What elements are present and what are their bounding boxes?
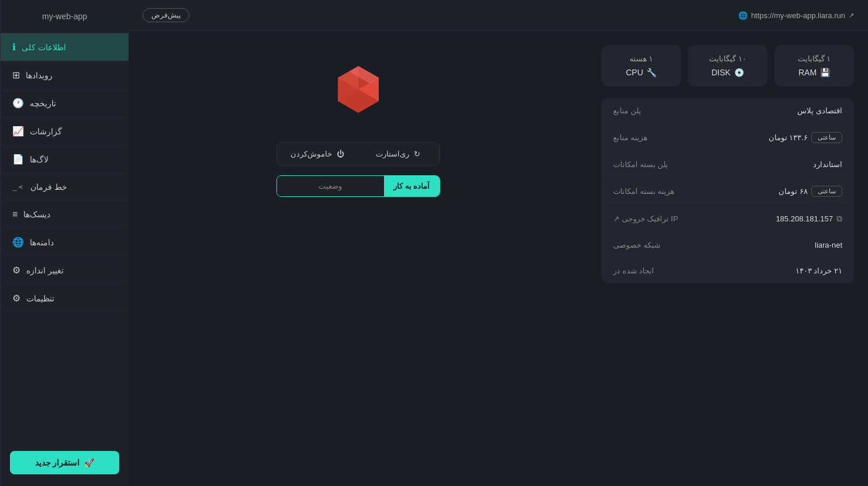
- external-link-icon: ↗: [849, 12, 854, 19]
- hourly-badge-2: ساعتی: [811, 186, 842, 197]
- resize-icon: ⚙: [12, 265, 20, 276]
- created-label: ایجاد شده در: [613, 266, 654, 275]
- sidebar-item-domains[interactable]: دامنه‌ها 🌐: [1, 228, 129, 256]
- sidebar-item-events[interactable]: رویدادها ⊞: [1, 61, 129, 89]
- sidebar-label-history: تاریخچه: [30, 99, 56, 108]
- ip-value: ⧉ 185.208.181.157: [776, 214, 842, 224]
- network-value: liara-net: [815, 241, 842, 249]
- clock-icon: 🕐: [12, 98, 24, 109]
- spec-cards: ۱ گیگابایت 💾 RAM ۱۰ گیگابایت 💿 DISK ۱ هس…: [601, 45, 854, 86]
- gear-icon: ⚙: [12, 293, 20, 304]
- shutdown-button[interactable]: ⏻ خاموش‌کردن: [277, 143, 358, 165]
- cpu-label: 🔧 CPU: [611, 68, 672, 77]
- sidebar-label-events: رویدادها: [26, 71, 53, 80]
- copy-icon[interactable]: ⧉: [836, 214, 842, 224]
- disk-icon: 💿: [734, 68, 744, 77]
- table-row: ⧉ 185.208.181.157 IP ترافیک خروجی ↗: [601, 206, 854, 232]
- left-panel: ۱ گیگابایت 💾 RAM ۱۰ گیگابایت 💿 DISK ۱ هس…: [587, 31, 868, 486]
- sidebar-item-console[interactable]: خط فرمان ＞_: [1, 173, 129, 201]
- info-icon: ℹ: [12, 41, 16, 53]
- deploy-button[interactable]: 🚀 استقرار جدید: [10, 451, 119, 474]
- table-row: liara-net شبکه خصوصی: [601, 232, 854, 258]
- app-logo: [323, 54, 393, 124]
- action-bar: ↻ ری‌استارت ⏻ خاموش‌کردن: [276, 142, 440, 166]
- ram-icon: 💾: [820, 68, 830, 77]
- details-table: اقتصادی پلاس پلن منابع ساعتی ۱۳۳.۶ تومان…: [601, 98, 854, 283]
- app-url[interactable]: 🌐 https://my-web-app.liara.run ↗: [738, 11, 854, 20]
- table-row: اقتصادی پلاس پلن منابع: [601, 98, 854, 124]
- cpu-value: ۱ هسته: [611, 54, 672, 63]
- plan-resources-label: پلن منابع: [613, 106, 641, 115]
- power-icon: ⏻: [337, 150, 344, 158]
- sidebar-item-settings[interactable]: تنظیمات ⚙: [1, 284, 129, 313]
- content-area: ۱ گیگابایت 💾 RAM ۱۰ گیگابایت 💿 DISK ۱ هس…: [129, 31, 868, 486]
- restart-label: ری‌استارت: [376, 150, 409, 158]
- hourly-badge: ساعتی: [811, 132, 842, 143]
- status-label: وضعیت: [277, 176, 385, 196]
- app-name: my-web-app: [1, 0, 129, 33]
- disk-label: 💿 DISK: [697, 68, 758, 77]
- sidebar-label-disks: دیسک‌ها: [23, 210, 50, 219]
- sidebar-label-domains: دامنه‌ها: [30, 238, 54, 247]
- cost-features-label: هزینه بسته امکانات: [613, 187, 675, 196]
- status-area: آماده به کار وضعیت: [276, 175, 440, 197]
- rocket-icon: 🚀: [84, 458, 94, 467]
- sidebar-label-console: خط فرمان: [30, 182, 67, 192]
- cost-resources-label: هزینه منابع: [613, 133, 648, 142]
- sidebar-bottom: 🚀 استقرار جدید: [1, 439, 129, 486]
- app-logo-area: ↻ ری‌استارت ⏻ خاموش‌کردن آماده به کار وض…: [129, 31, 587, 486]
- sidebar-item-logs[interactable]: لاگ‌ها 📄: [1, 145, 129, 173]
- terminal-icon: ＞_: [12, 182, 25, 192]
- created-value: ۲۱ خرداد ۱۴۰۳: [796, 266, 842, 275]
- sidebar-item-resize[interactable]: تغییر اندازه ⚙: [1, 256, 129, 284]
- plan-resources-value: اقتصادی پلاس: [797, 106, 842, 115]
- sidebar-item-overview[interactable]: اطلاعات کلی ℹ: [1, 33, 129, 61]
- cost-features-value: ساعتی ۶۸ تومان: [779, 186, 842, 197]
- table-row: ۲۱ خرداد ۱۴۰۳ ایجاد شده در: [601, 258, 854, 283]
- doc-icon: 📄: [12, 154, 24, 165]
- restart-button[interactable]: ↻ ری‌استارت: [358, 143, 440, 165]
- globe-nav-icon: 🌐: [12, 237, 24, 248]
- laravel-logo-svg: [329, 60, 388, 119]
- disk-card: ۱۰ گیگابایت 💿 DISK: [688, 45, 767, 86]
- sidebar-label-logs: لاگ‌ها: [30, 155, 49, 164]
- cost-resources-value: ساعتی ۱۳۳.۶ تومان: [769, 132, 842, 143]
- main-content: 🌐 https://my-web-app.liara.run ↗ پیش‌فرض…: [129, 0, 868, 486]
- network-label: شبکه خصوصی: [613, 241, 660, 249]
- ram-label: 💾 RAM: [784, 68, 845, 77]
- url-text: https://my-web-app.liara.run: [751, 11, 845, 20]
- ram-card: ۱ گیگابایت 💾 RAM: [774, 45, 854, 86]
- plan-features-value: استاندارد: [813, 160, 842, 169]
- globe-icon: 🌐: [738, 11, 748, 20]
- grid-icon: ⊞: [12, 70, 20, 81]
- sidebar-item-reports[interactable]: گزارشات 📈: [1, 117, 129, 145]
- shutdown-label: خاموش‌کردن: [291, 150, 332, 158]
- deploy-label: استقرار جدید: [35, 458, 80, 467]
- ip-label: IP ترافیک خروجی ↗: [613, 214, 678, 223]
- header-bar: 🌐 https://my-web-app.liara.run ↗ پیش‌فرض: [129, 0, 868, 31]
- table-row: ساعتی ۶۸ تومان هزینه بسته امکانات: [601, 178, 854, 206]
- disk-icon: ≡: [12, 209, 18, 220]
- sidebar-label-resize: تغییر اندازه: [26, 266, 64, 275]
- ram-value: ۱ گیگابایت: [784, 54, 845, 63]
- disk-value: ۱۰ گیگابایت: [697, 54, 758, 63]
- sidebar-label-settings: تنظیمات: [26, 294, 54, 303]
- sidebar-item-history[interactable]: تاریخچه 🕐: [1, 89, 129, 117]
- sidebar-label-reports: گزارشات: [30, 127, 62, 136]
- restart-icon: ↻: [414, 150, 420, 158]
- table-row: ساعتی ۱۳۳.۶ تومان هزینه منابع: [601, 124, 854, 152]
- sidebar: my-web-app اطلاعات کلی ℹ رویدادها ⊞ تاری…: [0, 0, 129, 486]
- status-badge[interactable]: آماده به کار: [384, 176, 439, 196]
- cpu-icon: 🔧: [646, 68, 656, 77]
- sidebar-item-disks[interactable]: دیسک‌ها ≡: [1, 201, 129, 228]
- chart-icon: 📈: [12, 126, 24, 137]
- table-row: استاندارد پلن بسته امکانات: [601, 152, 854, 178]
- sidebar-label-overview: اطلاعات کلی: [22, 43, 66, 52]
- default-badge[interactable]: پیش‌فرض: [143, 8, 189, 22]
- plan-features-label: پلن بسته امکانات: [613, 160, 668, 169]
- cpu-card: ۱ هسته 🔧 CPU: [601, 45, 681, 86]
